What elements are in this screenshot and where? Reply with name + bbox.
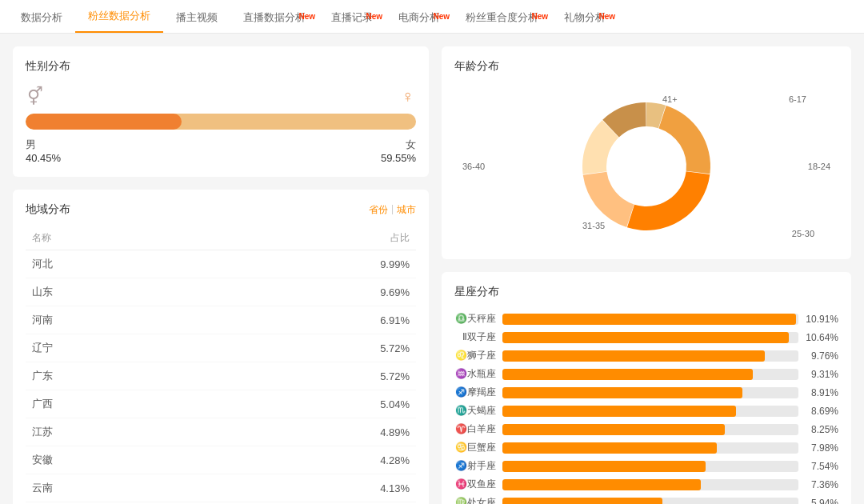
age-donut-svg [574,94,718,238]
region-toggle: 省份 | 城市 [369,203,416,217]
zodiac-bar-wrap [502,406,798,417]
region-name: 云南 [26,474,225,502]
zodiac-name: ♓双鱼座 [454,478,496,491]
zodiac-bar-wrap [502,314,798,325]
tab-直播记录[interactable]: 直播记录New [318,10,386,33]
zodiac-bar-wrap [502,369,798,380]
region-name: 山东 [26,278,225,306]
zodiac-pct: 8.69% [805,406,838,417]
tab-badge-礼物分析: New [598,12,615,21]
zodiac-bar-wrap [502,498,798,505]
zodiac-bar-fill [502,479,701,490]
zodiac-bar-wrap [502,461,798,472]
region-header: 地域分布 省份 | 城市 [26,202,416,217]
tab-直播数据分析[interactable]: 直播数据分析New [230,10,318,33]
tab-badge-电商分析: New [433,12,450,21]
region-table: 名称 占比 河北9.99%山东9.69%河南6.91%辽宁5.72%广东5.72… [26,226,416,504]
region-card: 地域分布 省份 | 城市 名称 占比 河北9.99%山东9.69%河南6.91%… [13,190,429,504]
tab-电商分析[interactable]: 电商分析New [386,10,453,33]
age-card: 年龄分布 41+ 6-17 18-24 25-30 31-35 36-40 [442,46,851,259]
zodiac-name: Ⅱ双子座 [454,330,496,344]
zodiac-name: ♍处女座 [454,496,496,504]
table-row: 河北9.99% [26,250,416,278]
tab-粉丝数据分析[interactable]: 粉丝数据分析 [75,9,163,33]
left-panel: 性别分布 ⚥ ♀ 男 40.45% 女 59.55% [13,46,429,504]
list-item: ♏天蝎座8.69% [454,404,838,418]
zodiac-bar-fill [502,461,706,472]
tab-bar: 数据分析粉丝数据分析播主视频直播数据分析New直播记录New电商分析New粉丝重… [0,0,864,34]
male-label: 男 [26,138,61,152]
zodiac-name: ♏天蝎座 [454,404,496,418]
tab-badge-直播记录: New [366,12,382,21]
zodiac-pct: 9.31% [805,369,838,380]
male-label-group: 男 40.45% [26,138,61,164]
tab-badge-直播数据分析: New [298,12,315,21]
table-row: 山东9.69% [26,278,416,306]
region-pct: 5.72% [225,362,416,390]
tab-礼物分析[interactable]: 礼物分析New [551,10,618,33]
table-row: 广西5.04% [26,390,416,418]
tab-数据分析[interactable]: 数据分析 [8,10,75,33]
main-content: 性别分布 ⚥ ♀ 男 40.45% 女 59.55% [0,34,864,504]
list-item: ♎天秤座10.91% [454,312,838,326]
zodiac-bar-wrap [502,387,798,398]
gender-labels: 男 40.45% 女 59.55% [26,138,416,164]
toggle-city-btn[interactable]: 城市 [397,203,416,217]
zodiac-pct: 7.54% [805,461,838,472]
table-row: 河南6.91% [26,306,416,334]
region-pct: 4.13% [225,474,416,502]
region-pct: 4.89% [225,418,416,446]
zodiac-pct: 5.94% [805,498,838,505]
region-pct: 9.99% [225,250,416,278]
toggle-province-btn[interactable]: 省份 [369,203,388,217]
zodiac-pct: 10.64% [805,332,838,343]
region-name: 河南 [26,306,225,334]
region-pct: 5.04% [225,390,416,418]
zodiac-name: ♈白羊座 [454,422,496,436]
zodiac-bar-fill [502,442,717,454]
gender-bar [26,114,416,130]
region-title: 地域分布 [26,202,70,217]
age-label-25-30: 25-30 [792,229,814,238]
tab-播主视频[interactable]: 播主视频 [163,10,230,33]
list-item: ♍处女座5.94% [454,496,838,504]
region-name: 广东 [26,362,225,390]
zodiac-bar-wrap [502,479,798,490]
donut-segment-31-35 [583,172,634,227]
female-pct: 59.55% [381,152,416,164]
zodiac-pct: 8.25% [805,424,838,435]
zodiac-name: ♌狮子座 [454,349,496,362]
table-row: 安徽4.28% [26,446,416,474]
region-name: 安徽 [26,446,225,474]
gender-icons: ⚥ ♀ [26,86,416,107]
region-name: 辽宁 [26,334,225,362]
female-label-group: 女 59.55% [381,138,416,164]
zodiac-list: ♎天秤座10.91%Ⅱ双子座10.64%♌狮子座9.76%♒水瓶座9.31%♐摩… [454,312,838,504]
gender-bar-male [26,114,182,130]
zodiac-name: ♎天秤座 [454,312,496,326]
region-name: 广西 [26,390,225,418]
region-pct: 6.91% [225,306,416,334]
region-pct: 9.69% [225,278,416,306]
zodiac-bar-fill [502,369,753,380]
zodiac-card: 星座分布 ♎天秤座10.91%Ⅱ双子座10.64%♌狮子座9.76%♒水瓶座9.… [442,272,851,504]
region-name: 江苏 [26,418,225,446]
zodiac-bar-fill [502,387,742,398]
zodiac-title: 星座分布 [454,285,838,299]
male-icon: ⚥ [27,86,43,107]
age-label-36-40: 36-40 [462,162,485,171]
male-pct: 40.45% [26,152,61,164]
female-icon: ♀ [402,86,415,107]
zodiac-bar-fill [502,332,789,343]
age-label-18-24: 18-24 [808,162,830,171]
zodiac-pct: 10.91% [805,314,838,325]
zodiac-bar-wrap [502,424,798,435]
tab-粉丝重合度分析[interactable]: 粉丝重合度分析New [453,10,551,33]
list-item: ♌狮子座9.76% [454,349,838,362]
col-name-header: 名称 [26,226,225,250]
region-name: 河北 [26,250,225,278]
list-item: ♐射手座7.54% [454,459,838,473]
zodiac-bar-wrap [502,350,798,362]
list-item: Ⅱ双子座10.64% [454,330,838,344]
age-label-6-17: 6-17 [789,94,806,104]
